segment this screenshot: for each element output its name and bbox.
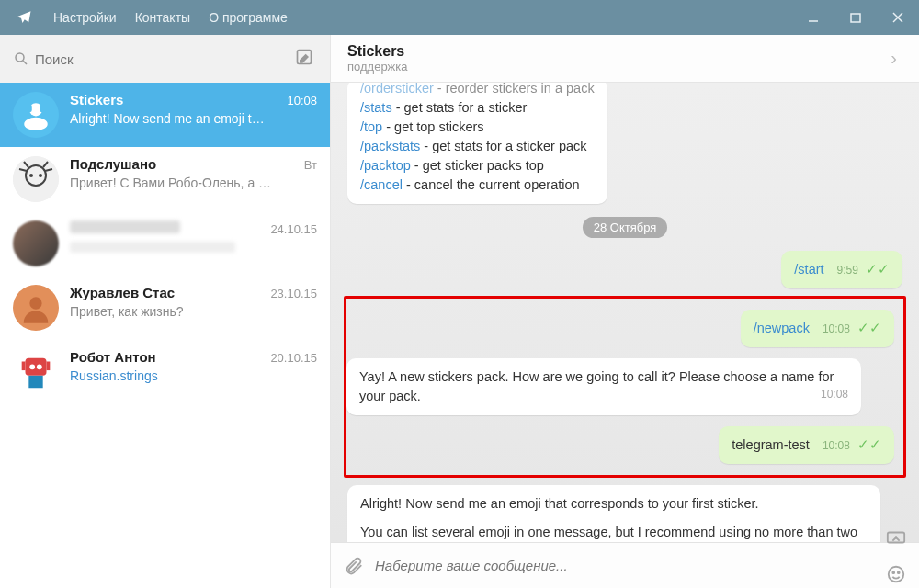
message-out: telegram-test 10:08 ✓✓ <box>719 426 894 464</box>
message-in: Alright! Now send me an emoji that corre… <box>347 485 880 542</box>
svg-rect-10 <box>40 105 43 113</box>
chat-time: 23.10.15 <box>270 287 317 300</box>
close-button[interactable] <box>877 0 919 35</box>
app-logo-icon <box>13 6 35 28</box>
menu-settings[interactable]: Настройки <box>44 10 126 25</box>
msg-time: 10:08 <box>821 387 848 402</box>
svg-point-14 <box>29 297 41 309</box>
avatar <box>13 349 59 395</box>
chat-item[interactable]: 24.10.15 <box>0 211 330 276</box>
date-badge: 28 Октября <box>583 217 668 238</box>
emoji-icon[interactable] <box>886 564 906 584</box>
main-panel: Stickers поддержка › /ordersticker - reo… <box>331 35 919 588</box>
command-link[interactable]: /stats <box>360 100 392 115</box>
svg-rect-15 <box>26 358 47 376</box>
msg-time: 10:08 <box>823 439 850 452</box>
composer <box>331 542 919 588</box>
message-in: Yay! A new stickers pack. How are we goi… <box>346 358 861 415</box>
svg-point-16 <box>29 364 35 369</box>
chat-time: Вт <box>304 158 317 172</box>
chat-preview: Alright! Now send me an emoji t… <box>70 111 317 126</box>
chat-list: Stickers10:08 Alright! Now send me an em… <box>0 83 330 588</box>
svg-rect-19 <box>47 362 51 371</box>
avatar <box>13 220 59 266</box>
chat-name: Журавлев Стас <box>70 285 175 300</box>
command-link[interactable]: /cancel <box>360 177 403 192</box>
svg-rect-18 <box>22 362 26 371</box>
svg-rect-9 <box>28 105 32 113</box>
avatar <box>13 92 59 138</box>
chat-time: 24.10.15 <box>270 222 317 236</box>
chat-item[interactable]: ПодслушаноВт Привет! С Вами Робо-Олень, … <box>0 147 330 211</box>
svg-point-13 <box>39 174 42 177</box>
read-checks-icon: ✓✓ <box>857 437 881 452</box>
message-in: /ordersticker - reorder stickers in a pa… <box>347 83 607 204</box>
search-input[interactable] <box>29 51 288 67</box>
svg-point-12 <box>29 174 33 177</box>
svg-rect-1 <box>851 14 860 22</box>
minimize-button[interactable] <box>792 0 834 35</box>
chat-preview <box>70 242 235 253</box>
svg-point-23 <box>892 571 894 573</box>
chat-item[interactable]: Робот Антон20.10.15 Russian.strings <box>0 340 330 404</box>
search-row <box>0 35 330 83</box>
read-checks-icon: ✓✓ <box>866 262 890 277</box>
read-checks-icon: ✓✓ <box>857 321 881 335</box>
msg-time: 10:08 <box>823 322 850 335</box>
chat-preview: Привет, как жизнь? <box>70 304 317 319</box>
msg-time: 9:59 <box>837 264 858 277</box>
highlight-box: /newpack 10:08 ✓✓ Yay! A new stickers pa… <box>344 296 906 478</box>
svg-point-4 <box>16 53 24 62</box>
message-out: /newpack 10:08 ✓✓ <box>741 310 894 347</box>
command-link[interactable]: /top <box>360 119 382 134</box>
chat-title: Stickers <box>347 43 885 60</box>
chat-name: Подслушано <box>70 156 156 172</box>
maximize-button[interactable] <box>834 0 877 35</box>
chat-name: Робот Антон <box>70 349 156 365</box>
svg-rect-20 <box>28 376 42 388</box>
search-icon <box>13 51 29 67</box>
svg-point-24 <box>898 571 900 573</box>
chat-preview: Russian.strings <box>70 368 317 383</box>
message-list: /ordersticker - reorder stickers in a pa… <box>331 83 919 542</box>
chat-status: поддержка <box>347 60 885 74</box>
chevron-right-icon[interactable]: › <box>885 48 902 69</box>
chat-item[interactable]: Журавлев Стас23.10.15 Привет, как жизнь? <box>0 276 330 340</box>
avatar <box>13 156 59 202</box>
chat-preview: Привет! С Вами Робо-Олень, а … <box>70 175 317 190</box>
svg-point-22 <box>889 566 904 582</box>
avatar <box>13 285 59 331</box>
chat-item-stickers[interactable]: Stickers10:08 Alright! Now send me an em… <box>0 83 330 147</box>
menu-about[interactable]: О программе <box>199 10 297 25</box>
chat-name <box>70 220 180 233</box>
chat-time: 10:08 <box>287 94 317 107</box>
svg-point-8 <box>24 118 48 130</box>
titlebar: Настройки Контакты О программе <box>0 0 919 35</box>
command-link[interactable]: /packstats <box>360 139 420 153</box>
svg-line-5 <box>23 61 27 64</box>
compose-icon[interactable] <box>295 48 317 70</box>
attach-icon[interactable] <box>344 556 364 576</box>
svg-point-17 <box>37 364 42 369</box>
sidebar: Stickers10:08 Alright! Now send me an em… <box>0 35 331 588</box>
chat-name: Stickers <box>70 92 123 107</box>
menu-contacts[interactable]: Контакты <box>126 10 199 25</box>
svg-point-11 <box>13 156 59 202</box>
message-input[interactable] <box>375 558 886 573</box>
command-link[interactable]: /packtop <box>360 158 411 173</box>
message-out: /start 9:59 ✓✓ <box>781 251 902 288</box>
chat-header[interactable]: Stickers поддержка › <box>331 35 919 83</box>
chat-time: 20.10.15 <box>270 351 317 365</box>
